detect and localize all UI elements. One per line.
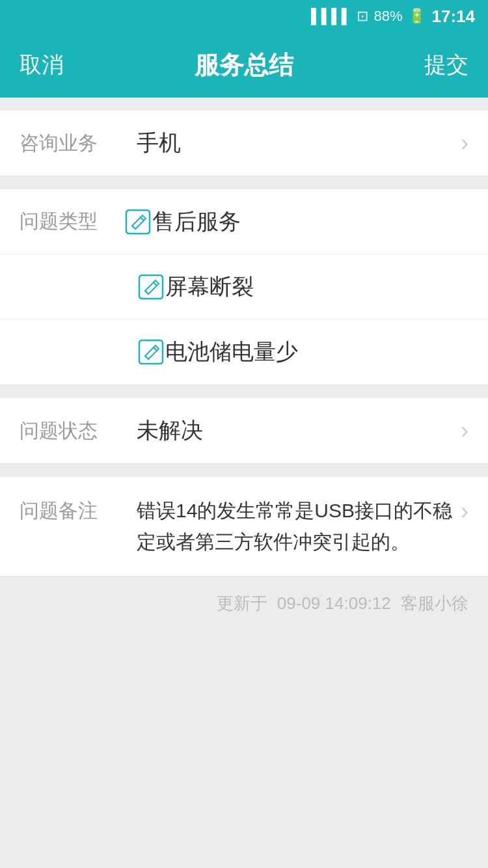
issue-type-label: 问题类型 bbox=[20, 208, 124, 235]
edit-icon-1 bbox=[137, 273, 165, 301]
page-title: 服务总结 bbox=[195, 49, 293, 82]
issue-note-value: 错误14的发生常常是USB接口的不稳定或者第三方软件冲突引起的。 bbox=[137, 495, 454, 558]
issue-type-value-1: 屏幕断裂 bbox=[165, 272, 468, 302]
issue-status-card: 问题状态 未解决 › bbox=[0, 398, 488, 464]
issue-type-row-0[interactable]: 问题类型 售后服务 bbox=[0, 189, 488, 254]
consult-business-chevron: › bbox=[461, 129, 468, 157]
issue-note-row[interactable]: 问题备注 错误14的发生常常是USB接口的不稳定或者第三方软件冲突引起的。 › bbox=[0, 477, 488, 576]
data-icon: ⊡ bbox=[357, 8, 368, 25]
issue-note-label: 问题备注 bbox=[20, 495, 124, 524]
issue-type-row-1[interactable]: 屏幕断裂 bbox=[0, 254, 488, 319]
divider-top bbox=[0, 98, 488, 111]
battery-icon: 🔋 bbox=[408, 8, 426, 25]
svg-rect-0 bbox=[126, 210, 150, 234]
consult-business-label: 咨询业务 bbox=[20, 130, 124, 157]
issue-note-card: 问题备注 错误14的发生常常是USB接口的不稳定或者第三方软件冲突引起的。 › bbox=[0, 477, 488, 576]
edit-icon-2 bbox=[137, 338, 165, 366]
issue-status-value: 未解决 bbox=[137, 416, 454, 446]
issue-type-value-0: 售后服务 bbox=[152, 207, 468, 237]
update-info: 更新于 09-09 14:09:12 客服小徐 bbox=[0, 576, 488, 631]
issue-status-row[interactable]: 问题状态 未解决 › bbox=[0, 398, 488, 463]
consult-business-card: 咨询业务 手机 › bbox=[0, 111, 488, 176]
update-datetime: 09-09 14:09:12 bbox=[277, 593, 391, 613]
issue-type-card: 问题类型 售后服务 屏幕断裂 电池储电量少 bbox=[0, 189, 488, 385]
issue-type-value-2: 电池储电量少 bbox=[165, 337, 468, 367]
divider-issue-type bbox=[0, 176, 488, 189]
divider-issue-status bbox=[0, 385, 488, 398]
issue-note-chevron: › bbox=[461, 495, 468, 525]
submit-button[interactable]: 提交 bbox=[424, 50, 468, 80]
battery-label: 88% bbox=[373, 8, 402, 25]
update-operator: 客服小徐 bbox=[401, 593, 468, 613]
cancel-button[interactable]: 取消 bbox=[20, 50, 64, 80]
status-icons: ▌▌▌▌ ⊡ 88% 🔋 bbox=[311, 8, 425, 25]
issue-status-chevron: › bbox=[461, 417, 468, 444]
signal-icon: ▌▌▌▌ bbox=[311, 8, 351, 25]
top-nav-bar: 取消 服务总结 提交 bbox=[0, 33, 488, 98]
bottom-area: CBI bbox=[0, 631, 488, 868]
consult-business-value: 手机 bbox=[137, 128, 454, 158]
issue-status-label: 问题状态 bbox=[20, 418, 124, 444]
status-bar: ▌▌▌▌ ⊡ 88% 🔋 17:14 bbox=[0, 0, 488, 33]
consult-business-row[interactable]: 咨询业务 手机 › bbox=[0, 111, 488, 176]
status-time: 17:14 bbox=[432, 7, 476, 27]
divider-issue-note bbox=[0, 464, 488, 477]
update-prefix: 更新于 bbox=[217, 593, 267, 613]
issue-type-row-2[interactable]: 电池储电量少 bbox=[0, 319, 488, 385]
svg-rect-1 bbox=[139, 275, 163, 299]
svg-rect-2 bbox=[139, 340, 163, 364]
edit-icon-0 bbox=[124, 208, 152, 236]
